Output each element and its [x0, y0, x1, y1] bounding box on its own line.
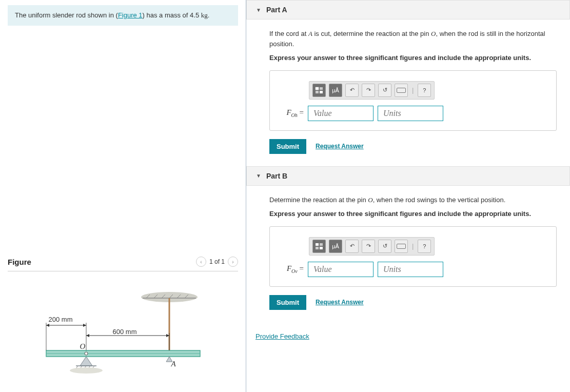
part-a-answer-box: μÅ ↶ ↷ ↺ | ? FOh = [269, 70, 557, 131]
keyboard-icon [397, 88, 406, 93]
part-a-header[interactable]: ▼ Part A [246, 0, 570, 19]
undo-button[interactable]: ↶ [345, 240, 359, 253]
part-b-answer-row: FOv = [278, 262, 548, 277]
part-a-body: If the cord at A is cut, determine the r… [246, 29, 570, 166]
keyboard-icon [397, 244, 406, 249]
figure-section: Figure ‹ 1 of 1 › [8, 252, 238, 387]
svg-rect-35 [320, 243, 323, 246]
svg-marker-27 [86, 334, 89, 337]
special-chars-button[interactable]: μÅ [329, 84, 342, 97]
feedback-section: Provide Feedback [246, 322, 570, 350]
template-button[interactable] [312, 240, 326, 253]
part-a-var: FOh = [278, 108, 304, 118]
part-a-units-input[interactable] [378, 106, 443, 121]
part-a-express: Express your answer to three significant… [269, 53, 555, 63]
part-b-value-input[interactable] [308, 262, 374, 277]
label-O: O [80, 342, 86, 351]
figure-next-button[interactable]: › [228, 257, 238, 267]
svg-marker-11 [80, 357, 92, 366]
label-A: A [171, 360, 176, 368]
figure-header: Figure ‹ 1 of 1 › [8, 252, 238, 271]
figure-link[interactable]: Figure 1 [118, 11, 143, 19]
svg-marker-22 [46, 324, 49, 327]
svg-rect-34 [316, 243, 319, 246]
figure-prev-button[interactable]: ‹ [196, 257, 206, 267]
figure-title: Figure [8, 258, 31, 266]
part-a-prompt: If the cord at A is cut, determine the r… [269, 29, 555, 49]
toolbar-separator: | [411, 242, 415, 250]
part-b-submit-button[interactable]: Submit [269, 295, 306, 310]
svg-rect-30 [316, 87, 319, 90]
part-b-header[interactable]: ▼ Part B [246, 166, 570, 186]
problem-statement: The uniform slender rod shown in (Figure… [8, 5, 238, 26]
part-b-title: Part B [266, 172, 287, 180]
svg-rect-37 [320, 247, 323, 249]
problem-text-prefix: The uniform slender rod shown in ( [15, 11, 118, 19]
reset-button[interactable]: ↺ [378, 84, 391, 97]
part-b-prompt: Determine the reaction at the pin O, whe… [269, 195, 555, 205]
part-b-toolbar: μÅ ↶ ↷ ↺ | ? [309, 237, 435, 256]
part-a-request-answer-link[interactable]: Request Answer [316, 143, 364, 150]
undo-button[interactable]: ↶ [345, 84, 359, 97]
special-chars-button[interactable]: μÅ [329, 240, 342, 253]
svg-rect-31 [320, 87, 323, 90]
svg-rect-36 [316, 247, 319, 249]
caret-down-icon: ▼ [256, 7, 261, 13]
part-b-units-input[interactable] [378, 262, 443, 277]
part-a-toolbar: μÅ ↶ ↷ ↺ | ? [309, 81, 435, 100]
figure-diagram: 200 mm 600 mm O A [31, 287, 215, 387]
problem-mass: 4.5 [190, 11, 199, 19]
right-panel: ▼ Part A If the cord at A is cut, determ… [246, 0, 570, 392]
part-b-express: Express your answer to three significant… [269, 209, 555, 219]
svg-rect-33 [320, 91, 323, 93]
part-b-actions: Submit Request Answer [269, 295, 555, 310]
help-button[interactable]: ? [418, 84, 431, 97]
help-button[interactable]: ? [418, 240, 431, 253]
part-a-value-input[interactable] [308, 106, 374, 121]
problem-text-suffix2: . [208, 11, 210, 19]
provide-feedback-link[interactable]: Provide Feedback [255, 332, 309, 340]
svg-marker-23 [83, 324, 86, 327]
redo-button[interactable]: ↷ [362, 84, 375, 97]
dim-600: 600 mm [113, 328, 137, 336]
part-a-answer-row: FOh = [278, 106, 548, 121]
redo-button[interactable]: ↷ [362, 240, 375, 253]
left-panel: The uniform slender rod shown in (Figure… [0, 0, 246, 392]
svg-point-18 [70, 367, 103, 374]
problem-text-suffix1: ) has a mass of [143, 11, 190, 19]
part-a-actions: Submit Request Answer [269, 139, 555, 154]
template-button[interactable] [312, 84, 326, 97]
caret-down-icon: ▼ [256, 173, 261, 179]
part-a-title: Part A [266, 6, 287, 14]
keyboard-button[interactable] [395, 84, 408, 97]
figure-body: 200 mm 600 mm O A [8, 271, 238, 387]
part-b-var: FOv = [278, 264, 304, 274]
figure-nav: ‹ 1 of 1 › [196, 257, 238, 267]
part-b-body: Determine the reaction at the pin O, whe… [246, 195, 570, 322]
part-b-request-answer-link[interactable]: Request Answer [316, 299, 364, 306]
toolbar-separator: | [411, 86, 415, 94]
part-a-submit-button[interactable]: Submit [269, 139, 306, 154]
figure-page-indicator: 1 of 1 [209, 258, 225, 265]
part-b-answer-box: μÅ ↶ ↷ ↺ | ? FOv = [269, 226, 557, 287]
problem-mass-unit: kg [201, 11, 208, 19]
svg-rect-32 [316, 91, 319, 93]
reset-button[interactable]: ↺ [378, 240, 391, 253]
dim-200: 200 mm [49, 316, 73, 323]
svg-point-19 [85, 352, 88, 355]
keyboard-button[interactable] [395, 240, 408, 253]
